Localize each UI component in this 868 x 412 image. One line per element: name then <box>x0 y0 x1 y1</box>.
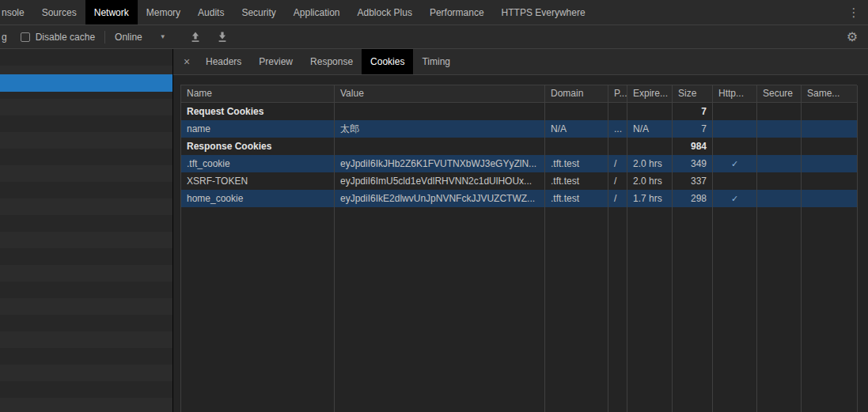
cookie-row-cell-same[interactable] <box>802 190 858 207</box>
table-filler-cell <box>181 207 335 412</box>
cookie-row-cell-secure[interactable] <box>757 190 802 207</box>
close-detail-pane-button[interactable]: × <box>176 49 197 74</box>
tab-console[interactable]: nsole <box>0 0 33 25</box>
table-filler-cell <box>627 207 673 412</box>
col-header-path[interactable]: P... <box>608 85 627 103</box>
cookie-row-cell-value[interactable]: 太郎 <box>335 120 545 138</box>
cookie-row-cell-expires[interactable]: 2.0 hrs <box>627 172 673 190</box>
tab-cookies[interactable]: Cookies <box>362 49 413 74</box>
tab-audits[interactable]: Audits <box>189 0 233 25</box>
cookie-row-cell-expires[interactable]: 1.7 hrs <box>627 190 673 207</box>
cookie-row-cell-size[interactable]: 298 <box>673 190 713 207</box>
network-settings-button[interactable]: ⚙ <box>842 27 862 47</box>
col-header-expires[interactable]: Expire... <box>627 85 673 103</box>
table-filler-cell <box>802 207 858 412</box>
tab-network[interactable]: Network <box>85 0 138 25</box>
cookies-table-area: Name Value Domain P... Expire... Size Ht… <box>173 75 868 412</box>
tab-https-everywhere[interactable]: HTTPS Everywhere <box>493 0 594 25</box>
cookie-row-cell-value[interactable]: eyJpdiI6ImU5cld1eVdlRHVNN2c1dUlHOUx... <box>335 172 545 190</box>
cookie-row-cell-domain[interactable]: N/A <box>545 120 608 138</box>
tab-memory[interactable]: Memory <box>138 0 189 25</box>
cookie-row-cell-size[interactable]: 349 <box>673 155 713 172</box>
selected-request-row[interactable] <box>0 74 172 92</box>
section-row-cell-path <box>608 138 627 155</box>
section-row-cell-expires <box>627 103 673 120</box>
cookie-row-cell-path[interactable]: ... <box>608 120 627 138</box>
cookie-row-cell-value[interactable]: eyJpdiI6IkJHb2Z6K1FVUTNXbWJ3eGYyZlN... <box>335 155 545 172</box>
gear-icon: ⚙ <box>847 29 858 44</box>
tab-adblock-plus[interactable]: Adblock Plus <box>349 0 421 25</box>
cookie-row-cell-secure[interactable] <box>757 172 802 190</box>
disable-cache-label[interactable]: Disable cache <box>36 32 95 43</box>
cookie-row-cell-size[interactable]: 337 <box>673 172 713 190</box>
throttling-select[interactable]: Online ▼ <box>115 32 166 43</box>
tab-sources[interactable]: Sources <box>33 0 85 25</box>
tab-response[interactable]: Response <box>301 49 362 74</box>
tab-timing[interactable]: Timing <box>413 49 459 74</box>
preserve-log-label-clipped: g <box>0 32 7 43</box>
network-content: × Headers Preview Response Cookies Timin… <box>0 49 868 412</box>
table-filler-cell <box>608 207 627 412</box>
download-icon <box>217 32 228 43</box>
throttling-value: Online <box>115 32 142 43</box>
tab-preview[interactable]: Preview <box>250 49 301 74</box>
cookie-row-cell-secure[interactable] <box>757 155 802 172</box>
cookie-row-cell-same[interactable] <box>802 120 858 138</box>
export-har-button[interactable] <box>212 27 233 47</box>
cookie-row-cell-path[interactable]: / <box>608 190 627 207</box>
section-row-cell-size: 7 <box>673 103 713 120</box>
cookie-row-cell-same[interactable] <box>802 155 858 172</box>
cookie-row-cell-name[interactable]: home_cookie <box>181 190 335 207</box>
cookie-row-cell-domain[interactable]: .tft.test <box>545 190 608 207</box>
tab-performance[interactable]: Performance <box>421 0 493 25</box>
disable-cache-checkbox[interactable] <box>21 32 30 42</box>
col-header-name[interactable]: Name <box>181 85 335 103</box>
section-row-cell-same <box>802 138 858 155</box>
section-row-cell-value <box>335 138 545 155</box>
col-header-httponly[interactable]: Http... <box>713 85 757 103</box>
col-header-value[interactable]: Value <box>335 85 545 103</box>
kebab-menu-icon: ⋮ <box>848 6 860 20</box>
more-options-button[interactable]: ⋮ <box>840 0 868 25</box>
section-row-cell-http <box>713 138 757 155</box>
cookie-row-cell-expires[interactable]: N/A <box>627 120 673 138</box>
cookie-row-cell-http[interactable]: ✓ <box>713 155 757 172</box>
cookie-row-cell-expires[interactable]: 2.0 hrs <box>627 155 673 172</box>
cookie-row-cell-secure[interactable] <box>757 120 802 138</box>
table-filler-cell <box>335 207 545 412</box>
col-header-domain[interactable]: Domain <box>545 85 608 103</box>
section-row-cell-name: Response Cookies <box>181 138 335 155</box>
tab-headers[interactable]: Headers <box>197 49 250 74</box>
cookie-row-cell-path[interactable]: / <box>608 172 627 190</box>
cookies-table: Name Value Domain P... Expire... Size Ht… <box>180 85 857 412</box>
section-row-cell-size: 984 <box>673 138 713 155</box>
cookie-row-cell-name[interactable]: name <box>181 120 335 138</box>
tab-application[interactable]: Application <box>285 0 349 25</box>
section-row-cell-value <box>335 103 545 120</box>
cookie-row-cell-size[interactable]: 7 <box>673 120 713 138</box>
section-row-cell-path <box>608 103 627 120</box>
col-header-secure[interactable]: Secure <box>757 85 802 103</box>
request-detail-pane: × Headers Preview Response Cookies Timin… <box>173 49 868 412</box>
col-header-size[interactable]: Size <box>673 85 713 103</box>
cookie-row-cell-name[interactable]: XSRF-TOKEN <box>181 172 335 190</box>
cookie-row-cell-name[interactable]: .tft_cookie <box>181 155 335 172</box>
cookie-row-cell-path[interactable]: / <box>608 155 627 172</box>
import-har-button[interactable] <box>185 27 206 47</box>
cookie-row-cell-value[interactable]: eyJpdiI6IkE2dlwvUnJpNVNFckJJVUZCTWZ... <box>335 190 545 207</box>
section-row-cell-expires <box>627 138 673 155</box>
detail-tabbar: × Headers Preview Response Cookies Timin… <box>173 49 868 75</box>
cookie-row-cell-domain[interactable]: .tft.test <box>545 172 608 190</box>
cookie-row-cell-domain[interactable]: .tft.test <box>545 155 608 172</box>
cookie-row-cell-http[interactable] <box>713 120 757 138</box>
cookie-row-cell-same[interactable] <box>802 172 858 190</box>
tab-security[interactable]: Security <box>233 0 284 25</box>
toolbar-separator <box>104 31 105 43</box>
network-request-list[interactable] <box>0 49 173 412</box>
cookie-row-cell-http[interactable] <box>713 172 757 190</box>
col-header-samesite[interactable]: Same... <box>802 85 858 103</box>
section-row-cell-secure <box>757 138 802 155</box>
upload-icon <box>190 32 201 43</box>
cookie-row-cell-http[interactable]: ✓ <box>713 190 757 207</box>
section-row-cell-name: Request Cookies <box>181 103 335 120</box>
